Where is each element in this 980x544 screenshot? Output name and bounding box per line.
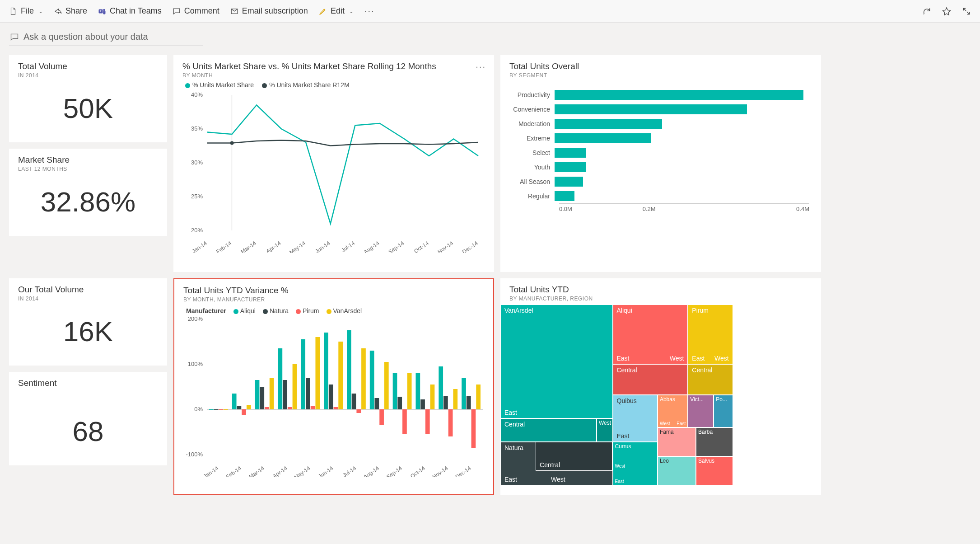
email-icon: [230, 7, 238, 15]
share-button[interactable]: Share: [54, 6, 87, 16]
legend-item: % Units Market Share: [192, 81, 254, 89]
file-icon: [9, 7, 17, 15]
hbar-label: Moderation: [505, 120, 555, 127]
treemap-cell-fama[interactable]: Fama: [658, 427, 696, 456]
kpi-total-volume-tile[interactable]: Total Volume IN 2014 50K: [9, 55, 167, 142]
comment-button[interactable]: Comment: [173, 6, 219, 16]
treemap-cell-vanarsdel[interactable]: VanArsdelEast: [500, 305, 613, 418]
svg-text:Jul-14: Jul-14: [340, 240, 356, 253]
hbar-row[interactable]: Extreme: [505, 131, 809, 145]
treemap-cell-abbas[interactable]: AbbasWestEast: [658, 395, 688, 427]
kpi-value: 68: [9, 388, 167, 465]
fullscreen-icon[interactable]: [962, 7, 971, 16]
hbar-label: Regular: [505, 192, 555, 200]
chat-teams-button[interactable]: T Chat in Teams: [98, 6, 162, 16]
svg-rect-81: [453, 389, 457, 409]
line-chart-tile[interactable]: ··· % Units Market Share vs. % Units Mar…: [173, 55, 494, 272]
svg-rect-58: [347, 330, 351, 409]
treemap-cell-po[interactable]: Po...: [714, 395, 733, 427]
treemap-cell-aliqui-central[interactable]: Central: [613, 364, 688, 395]
hbar-row[interactable]: Select: [505, 145, 809, 160]
hbar-row[interactable]: Productivity: [505, 88, 809, 102]
svg-rect-51: [315, 337, 320, 409]
svg-rect-68: [393, 373, 397, 409]
svg-rect-43: [278, 348, 283, 409]
kpi-sub: LAST 12 MONTHS: [9, 165, 167, 172]
treemap-cell-natura-central[interactable]: Central: [536, 442, 612, 471]
svg-rect-50: [311, 406, 315, 409]
hbar-chart-tile[interactable]: Total Units Overall BY SEGMENT Productiv…: [500, 55, 821, 272]
hbar-row[interactable]: Regular: [505, 189, 809, 203]
teams-icon: T: [98, 7, 106, 15]
kpi-title: Total Volume: [9, 55, 167, 71]
line-chart-svg: 20%25%30%35%40%Jan-14Feb-14Mar-14Apr-14M…: [180, 90, 487, 253]
comment-icon: [173, 7, 181, 15]
chat-label: Chat in Teams: [110, 6, 162, 16]
svg-rect-45: [288, 407, 292, 409]
svg-rect-84: [467, 396, 471, 409]
svg-rect-48: [301, 339, 305, 409]
top-toolbar: File ⌄ Share T Chat in Teams Comment Ema…: [0, 0, 980, 23]
treemap-cell-aliqui[interactable]: AliquiEastWest: [613, 305, 688, 364]
treemap-cell-pirum-central[interactable]: Central: [688, 364, 733, 395]
svg-rect-55: [334, 407, 338, 409]
hbar-label: All Season: [505, 178, 555, 185]
svg-rect-85: [471, 409, 476, 448]
svg-text:30%: 30%: [191, 159, 203, 166]
file-menu[interactable]: File ⌄: [9, 6, 43, 16]
hbar-row[interactable]: All Season: [505, 174, 809, 189]
chart-sub: BY SEGMENT: [500, 71, 821, 79]
hbar-row[interactable]: Youth: [505, 160, 809, 174]
more-options-button[interactable]: ···: [364, 6, 375, 16]
svg-text:Dec-14: Dec-14: [454, 465, 472, 477]
ytd-variance-tile[interactable]: Total Units YTD Variance % BY MONTH, MAN…: [173, 278, 494, 495]
treemap-cell-barba[interactable]: Barba: [696, 427, 733, 456]
svg-rect-76: [430, 385, 435, 409]
edit-menu[interactable]: Edit ⌄: [319, 6, 354, 16]
treemap-cell-leo[interactable]: Leo: [658, 456, 696, 485]
svg-text:25%: 25%: [191, 193, 203, 200]
favorite-star-icon[interactable]: [942, 7, 951, 16]
svg-text:Aug-14: Aug-14: [363, 240, 381, 253]
treemap-cell-vanarsdel-west[interactable]: West: [597, 418, 613, 442]
chart-title: % Units Market Share vs. % Units Market …: [173, 55, 494, 71]
svg-text:35%: 35%: [191, 125, 203, 132]
svg-rect-66: [384, 362, 389, 409]
tile-options-button[interactable]: ···: [476, 61, 486, 72]
treemap-cell-vanarsdel-central[interactable]: Central: [500, 418, 597, 442]
email-subscription-button[interactable]: Email subscription: [230, 6, 308, 16]
pencil-icon: [319, 7, 327, 15]
svg-rect-83: [462, 378, 466, 409]
hbar-label: Convenience: [505, 106, 555, 113]
chevron-down-icon: ⌄: [349, 8, 354, 14]
chat-bubble-icon: [10, 33, 19, 42]
svg-rect-40: [265, 407, 269, 409]
qa-input[interactable]: Ask a question about your data: [9, 29, 203, 46]
svg-rect-61: [361, 348, 366, 409]
treemap-cell-currus[interactable]: CurrusEastWest: [613, 442, 658, 485]
treemap-cell-quibus[interactable]: QuibusEast: [613, 395, 658, 442]
legend-title: Manufacturer: [186, 307, 226, 314]
svg-rect-70: [402, 409, 407, 434]
treemap-cell-salvus[interactable]: Salvus: [696, 456, 733, 485]
chart-title: Total Units Overall: [500, 55, 821, 71]
svg-rect-65: [379, 409, 384, 425]
kpi-our-total-volume-tile[interactable]: Our Total Volume IN 2014 16K: [9, 278, 167, 366]
kpi-market-share-tile[interactable]: Market Share LAST 12 MONTHS 32.86%: [9, 149, 167, 236]
treemap-cell-pirum[interactable]: PirumEastWest: [688, 305, 733, 364]
hbar-row[interactable]: Moderation: [505, 117, 809, 131]
treemap-tile[interactable]: Total Units YTD BY MANUFACTURER, REGION …: [500, 278, 821, 495]
svg-text:40%: 40%: [191, 91, 203, 98]
svg-rect-73: [416, 373, 420, 409]
kpi-sub: IN 2014: [9, 71, 167, 79]
svg-text:Nov-14: Nov-14: [436, 240, 454, 253]
treemap-cell-victoria[interactable]: Vict...: [688, 395, 714, 427]
svg-rect-53: [324, 333, 328, 409]
kpi-title: Our Total Volume: [9, 278, 167, 295]
svg-rect-56: [338, 342, 343, 409]
hbar-row[interactable]: Convenience: [505, 102, 809, 117]
comment-label: Comment: [184, 6, 219, 16]
chart-title: Total Units YTD Variance %: [174, 279, 493, 295]
kpi-sentiment-tile[interactable]: Sentiment 68: [9, 372, 167, 465]
refresh-icon[interactable]: [922, 7, 931, 16]
